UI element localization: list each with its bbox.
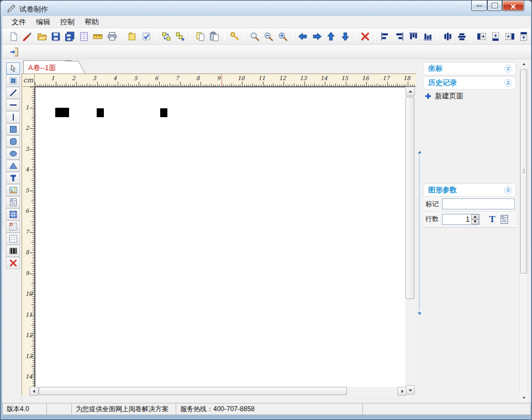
align-bottom-button[interactable] [420,29,434,44]
select-area-tool[interactable] [6,75,20,87]
repair-tool-button[interactable] [20,29,34,44]
vertical-line-tool[interactable] [6,111,20,123]
chevron-double-up-icon[interactable] [504,78,513,87]
barcode-tool[interactable] [6,245,20,257]
v-ruler-number: 9 [25,270,29,276]
triangle-tool[interactable] [6,160,20,172]
zoom-button[interactable] [247,29,261,44]
size-right-button[interactable] [475,29,488,44]
center-horizontal-button[interactable] [440,29,454,44]
delete-icon [360,32,370,41]
properties-button[interactable] [498,213,510,225]
order-objects-button[interactable] [173,29,187,44]
scroll-up-button[interactable] [405,87,415,96]
move-right-button[interactable] [310,29,324,44]
copy-button[interactable] [193,29,207,44]
print-button[interactable] [105,29,119,44]
page-grid-button[interactable] [77,29,91,44]
checkbox-button[interactable] [139,29,153,44]
maximize-button[interactable] [487,1,502,11]
save-button[interactable] [49,29,62,44]
move-left-button[interactable] [296,29,310,44]
rounded-rect-tool[interactable] [6,135,20,148]
text-tool[interactable] [6,172,20,184]
canvas-horizontal-scrollbar[interactable] [29,387,407,396]
splitter-handle[interactable] [419,155,420,311]
chevron-double-down-icon[interactable] [504,64,513,73]
zoom-icon [250,32,260,41]
scroll-down-button[interactable] [405,385,415,395]
delete-button[interactable] [358,29,372,44]
table-tool[interactable] [6,208,20,221]
size-left-button[interactable] [503,29,517,44]
menu-edit[interactable]: 编辑 [31,16,55,28]
title-bar[interactable]: 试卷制作 [1,1,532,16]
menu-file[interactable]: 文件 [7,16,31,28]
panel-scroll-down-button[interactable] [519,393,528,402]
align-top-button[interactable] [407,29,420,44]
exit-button[interactable] [7,45,22,59]
panel-scroll-thumb[interactable] [520,69,527,274]
section-header-coordinates[interactable]: 坐标 [423,62,516,75]
scroll-right-button[interactable] [397,387,407,396]
align-right-button[interactable] [392,29,406,44]
section-header-graphic-params[interactable]: 图形参数 [423,183,516,197]
size-down-button[interactable] [489,29,503,44]
grid-red-tool[interactable] [6,221,20,233]
scroll-right-icon [399,389,405,394]
menu-help[interactable]: 帮助 [80,16,104,28]
rows-spin-up-button[interactable] [471,214,479,219]
chevron-double-up-icon[interactable] [504,186,513,195]
text-style-button[interactable]: T [486,213,498,225]
line-tool[interactable] [6,87,20,99]
section-header-history[interactable]: 历史记录 [423,76,516,90]
app-window: 试卷制作 文件编辑控制帮助 A卷--1面 cm 1234567891011121… [0,0,532,420]
form-tool[interactable] [6,196,20,208]
size-up-button[interactable] [517,29,531,44]
key-button[interactable] [228,29,241,44]
align-left-button[interactable] [378,29,392,44]
delete-tool[interactable] [6,257,20,269]
move-up-button[interactable] [324,29,338,44]
grid-dashed-tool[interactable] [6,233,20,245]
rows-spin-down-button[interactable] [471,219,479,224]
status-spacer [47,403,72,415]
toolbar-separator [293,30,293,43]
zoom-in-button[interactable] [276,29,289,44]
close-button[interactable] [502,1,524,11]
document-page[interactable] [35,87,406,390]
pointer-tool[interactable] [6,62,20,75]
save-all-button[interactable] [63,29,77,44]
panel-scrollbar[interactable] [519,60,528,402]
canvas-vertical-scrollbar[interactable] [405,87,415,395]
menu-control[interactable]: 控制 [55,16,80,28]
move-down-button[interactable] [338,29,352,44]
history-item-new-page[interactable]: 新建页面 [424,91,463,101]
minimize-button[interactable] [471,1,487,11]
canvas-object[interactable] [55,108,69,117]
center-vertical-button[interactable] [455,29,468,44]
maximize-icon [492,3,497,8]
panel-scroll-up-button[interactable] [519,60,528,69]
canvas-object[interactable] [97,108,104,117]
mark-input[interactable] [442,198,515,209]
open-folder-button[interactable] [35,29,49,44]
rectangle-tool[interactable] [6,123,20,135]
ruler-button[interactable] [91,29,105,44]
h-ruler-number: 14 [320,75,328,81]
new-note-button[interactable] [125,29,139,44]
canvas-object[interactable] [160,108,167,117]
ellipse-tool[interactable] [6,148,20,160]
horizontal-line-tool[interactable] [6,99,20,111]
grid-red-icon [9,222,18,231]
rounded-rect-icon [9,137,18,146]
image-tool[interactable] [6,184,20,196]
new-document-button[interactable] [7,29,20,44]
canvas-vscroll-thumb[interactable] [405,97,414,299]
tab-a-paper-page1[interactable]: A卷--1面 [23,60,72,74]
zoom-out-button[interactable] [262,29,276,44]
link-objects-button[interactable] [159,29,173,44]
canvas-hscroll-thumb[interactable] [39,387,347,395]
paste-button[interactable] [207,29,221,44]
scroll-left-button[interactable] [29,387,39,396]
